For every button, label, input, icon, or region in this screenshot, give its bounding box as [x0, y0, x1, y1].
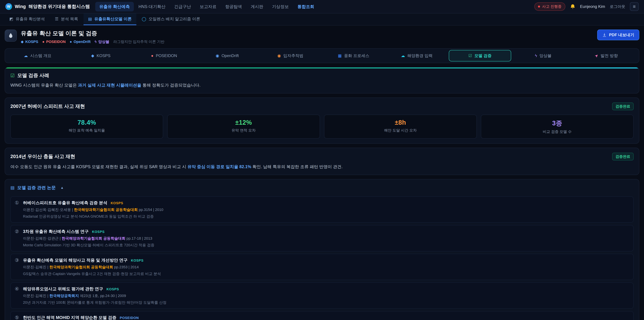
paper-title: 유출유 확산예측 모델의 해양사고 적용 및 개선방안 연구 [23, 257, 128, 263]
paper-row[interactable]: ④ 해양유류오염사고 위해도 평가에 관한 연구 KOSPS 이문진·김혜진 |… [10, 282, 634, 309]
hamburger-menu-button[interactable]: ≡ [630, 2, 639, 11]
paper-description: GS칼텍스 송유관·Captain Vangelis 유출사고 2건 재현 검증… [23, 271, 161, 276]
section-tab[interactable]: ◉ 입자추적법 [259, 50, 322, 61]
stat-box: ±8h 해안 도달 시간 오차 [324, 115, 477, 139]
paper-row[interactable]: ① 허베이스피리트호 유출유 확산예측 검증 분석 KOSPS 이윤진·김선옥·… [10, 196, 634, 223]
model-badge: ● OpenDrift [70, 40, 90, 44]
paper-description: 20년 과거자료 기반 100회 몬테카를로 통계 위험평가·가로림만 해안/어… [23, 300, 166, 305]
section-tabs: ☁ 시스템 개요 ◆ KOSPS ● POSEIDON ◉ OpenDrift … [5, 48, 639, 63]
section-tab-label: 입자추적법 [283, 53, 304, 58]
app-title: 해양환경 위기대응 통합시스템 [28, 4, 90, 10]
paper-title: 3차원 유출유 확산예측 시스템 연구 [23, 229, 89, 234]
nav-item[interactable]: 게시판 [247, 2, 267, 12]
stat-label: 유막 면적 오차 [171, 128, 316, 133]
section-tab-label: POSEIDON [156, 53, 177, 58]
paper-title: 한반도 인근 해역 MOHID 지역 해양순환 모델 검증 [23, 315, 116, 320]
paper-model-tag: KOSPS [106, 287, 119, 291]
nav-item[interactable]: HNS·대기확산 [134, 2, 170, 12]
incident-dot-icon [538, 6, 540, 8]
rocket-icon: ➤ [594, 53, 599, 58]
paper-journal: 한국해양과학기술협의회 공동학술대회 [74, 208, 138, 212]
papers-card: ▤ 모델 검증 관련 논문 ▲ ① 허베이스피리트호 유출유 확산예측 검증 분… [5, 179, 639, 320]
paper-content: 허베이스피리트호 유출유 확산예측 검증 분석 KOSPS 이윤진·김선옥·김혜… [23, 200, 163, 219]
section-tab[interactable]: ☁ 시스템 개요 [6, 50, 69, 61]
nav-item[interactable]: 보고자료 [196, 2, 220, 12]
diamond-icon: ◆ [21, 40, 24, 44]
incident-status-badge[interactable]: 사고 진행중 [534, 2, 565, 11]
collapse-icon[interactable]: ▲ [60, 186, 64, 190]
paper-number: ① [15, 200, 19, 219]
paper-title: 허베이스피리트호 유출유 확산예측 검증 분석 [23, 200, 107, 206]
nav-item[interactable]: 항공탐색 [221, 2, 246, 12]
stat-value: 3종 [484, 119, 630, 128]
section-tab[interactable]: ◉ OpenDrift [196, 50, 258, 61]
sub-tab-label: 유출유 확산분석 [16, 16, 45, 22]
paper-model-tag: KOSPS [92, 230, 105, 234]
paper-model-tag: POSEIDON [120, 316, 139, 320]
paper-citation: 이문진·김혜진 | 한국해양공학회지 제23권 1호, pp.24-30 | 2… [23, 293, 166, 298]
section-tab[interactable]: ▦ 풍화 프로세스 [322, 50, 385, 61]
paper-citation: 이문진·김혜진 | 한국해양과학기술협의회 공동학술대회 pp.2353 | 2… [23, 265, 161, 270]
hebei-title: 2007년 허베이 스피리트 사고 재현 [10, 103, 85, 110]
grid-icon: ▦ [338, 54, 342, 58]
nav-item[interactable]: 통합조회 [294, 2, 318, 12]
diamond-icon: ◆ [91, 54, 94, 58]
section-tab[interactable]: ☑ 모델 검증 [449, 50, 511, 61]
sub-tabbar: ◩ 유출유 확산분석 ☰ 분석 목록 ▤ 유출유확산모델 이론 ◯ 오일펜스 배… [0, 14, 644, 26]
stat-box: 3종 비교 검증 모델 수 [481, 115, 634, 139]
checkbox-icon: ☑ [10, 73, 14, 78]
paper-model-tag: KOSPS [131, 259, 144, 262]
section-tab[interactable]: ● POSEIDON [133, 50, 196, 61]
section-tab-label: 발전 방향 [600, 53, 618, 58]
logo-text: Wing [15, 4, 26, 9]
sub-tab[interactable]: ◯ 오일펜스 배치 알고리즘 이론 [137, 14, 205, 25]
section-tab[interactable]: ➤ 발전 방향 [575, 50, 638, 61]
paper-title: 해양유류오염사고 위해도 평가에 관한 연구 [23, 286, 103, 292]
nav-item[interactable]: 긴급구난 [170, 2, 195, 12]
wuisan-card: 2014년 우이산 충돌 사고 재현 검증완료 여수 오동도 인근 원유 유출 … [5, 148, 639, 175]
sub-tab-label: 오일펜스 배치 알고리즘 이론 [148, 16, 200, 22]
paper-row[interactable]: ⑤ 한반도 인근 해역 MOHID 지역 해양순환 모델 검증 POSEIDON… [10, 311, 634, 320]
section-tab-label: 앙상블 [539, 53, 552, 58]
notification-bell-icon[interactable] [570, 4, 576, 9]
pdf-export-label: PDF 내보내기 [609, 32, 634, 38]
wuisan-card-head: 2014년 우이산 충돌 사고 재현 검증완료 [10, 153, 634, 160]
paper-row[interactable]: ② 3차원 유출유 확산예측 시스템 연구 KOSPS 이문진·김혜진·강관근 … [10, 225, 634, 251]
sub-tab[interactable]: ☰ 분석 목록 [50, 14, 83, 25]
papers-header[interactable]: ▤ 모델 검증 관련 논문 ▲ [10, 184, 634, 194]
logout-button[interactable]: 로그아웃 [610, 4, 625, 9]
model-badge: ◆ KOSPS [21, 40, 38, 44]
paper-content: 유출유 확산예측 모델의 해양사고 적용 및 개선방안 연구 KOSPS 이문진… [23, 257, 161, 276]
section-tab[interactable]: ☁ 해양환경 입력 [386, 50, 448, 61]
intro-link[interactable]: 과거 실제 사고 재현 시뮬레이션을 [78, 83, 142, 87]
page-title: 유출유 확산 모델 이론 및 검증 [21, 30, 164, 37]
stat-value: 78.4% [14, 119, 160, 126]
section-tab[interactable]: ϟ 앙상블 [512, 50, 574, 61]
paper-number: ④ [15, 286, 19, 305]
paper-row[interactable]: ③ 유출유 확산예측 모델의 해양사고 적용 및 개선방안 연구 KOSPS 이… [10, 254, 634, 280]
nav-item[interactable]: 유출유 확산예측 [95, 2, 134, 12]
paper-journal: 한국해양공학회지 [49, 294, 79, 298]
bolt-icon: ϟ [94, 40, 96, 44]
sub-tab-label: 분석 목록 [61, 16, 78, 22]
document-icon: ▤ [88, 17, 92, 21]
stat-label: 해안 도달 시간 오차 [328, 128, 473, 133]
nav-item[interactable]: 기상정보 [268, 2, 293, 12]
page-icon [5, 30, 17, 42]
list-icon: ☰ [55, 17, 58, 21]
stat-value: ±8h [328, 119, 473, 126]
cloud-icon: ☁ [24, 54, 28, 58]
paper-citation: 이윤진·김선옥·김혜진·오세웅 | 한국해양과학기술협의회 공동학술대회 pp.… [23, 207, 163, 212]
sub-tab[interactable]: ▤ 유출유확산모델 이론 [84, 14, 136, 25]
stat-label: 비교 검증 모델 수 [484, 129, 630, 134]
section-tab-label: 풍화 프로세스 [344, 53, 369, 58]
top-navbar: W Wing 해양환경 위기대응 통합시스템 유출유 확산예측 HNS·대기확산… [0, 0, 644, 14]
wuisan-body: 여수 오동도 인근 원유 유출 사고를 KOSPS 모델로 재현한 결과, 실제… [10, 163, 634, 170]
model-badge-row: ◆ KOSPS ● POSEIDON ● OpenDrift ϟ [21, 39, 164, 44]
sub-tab[interactable]: ◩ 유출유 확산분석 [5, 14, 50, 25]
app-logo[interactable]: W Wing 해양환경 위기대응 통합시스템 [5, 3, 90, 10]
section-tab[interactable]: ◆ KOSPS [70, 50, 132, 61]
wuisan-link[interactable]: 유막 중심 이동 경로 일치율 82.1% [188, 164, 252, 169]
pdf-export-button[interactable]: PDF 내보내기 [597, 30, 639, 40]
hebei-card-head: 2007년 허베이 스피리트 사고 재현 검증완료 [10, 103, 634, 110]
